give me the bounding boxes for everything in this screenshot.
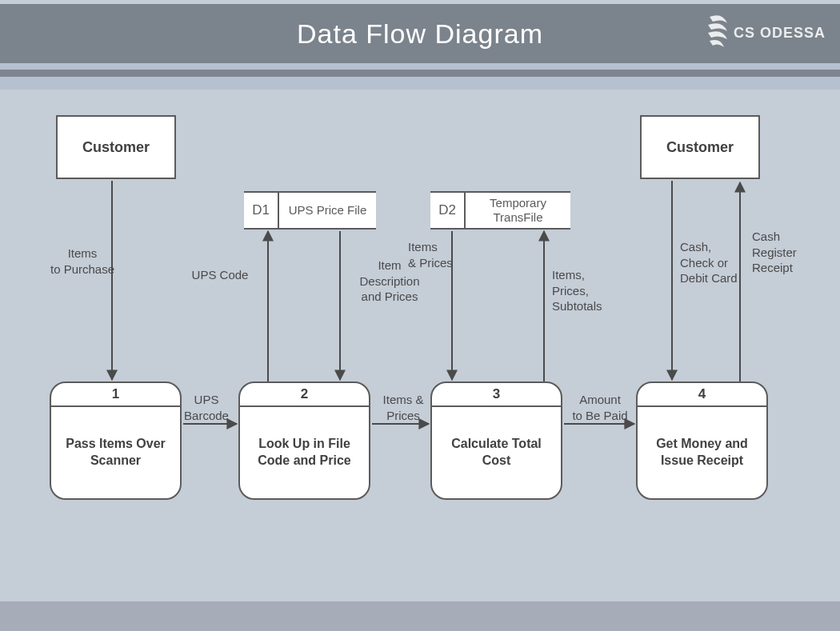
process-2-name: Look Up in File Code and Price [240,407,369,498]
process-1: 1 Pass Items Over Scanner [50,381,182,500]
flow-items-to-purchase: Items to Purchase [46,246,118,277]
datastore-d1-id: D1 [244,193,279,228]
entity-customer-right: Customer [640,115,760,179]
datastore-d2-name: Temporary TransFile [466,193,570,228]
entity-customer-left: Customer [56,115,176,179]
accent-band-1 [0,63,840,70]
flow-ups-barcode: UPS Barcode [174,392,238,423]
process-3-num: 3 [432,383,561,407]
datastore-d1-name: UPS Price File [279,193,376,228]
datastore-d2-id: D2 [430,193,466,228]
diagram-canvas: Customer Customer D1 UPS Price File D2 T… [0,90,840,601]
process-3-name: Calculate Total Cost [432,407,561,498]
swirl-icon [703,14,732,52]
title-bar: Data Flow Diagram CS ODESSA [0,4,840,63]
brand-text: CS ODESSA [734,25,826,42]
process-4: 4 Get Money and Issue Receipt [636,381,768,500]
process-4-num: 4 [638,383,766,407]
flow-items-prices-down: Items & Prices [408,239,472,270]
flow-ups-code: UPS Code [184,267,256,283]
flow-items-prices-subtotals: Items, Prices, Subtotals [552,267,624,314]
datastore-d2: D2 Temporary TransFile [430,191,570,230]
footer-band [0,601,840,631]
datastore-d1: D1 UPS Price File [244,191,376,230]
process-1-num: 1 [51,383,180,407]
flow-cash-check-debit: Cash, Check or Debit Card [680,239,752,286]
brand-logo: CS ODESSA [703,14,826,52]
flow-items-prices-horizontal: Items & Prices [371,392,435,423]
process-3: 3 Calculate Total Cost [430,381,562,500]
process-1-name: Pass Items Over Scanner [51,407,180,498]
accent-band-3 [0,77,840,90]
process-2: 2 Look Up in File Code and Price [238,381,370,500]
flow-amount-to-be-paid: Amount to Be Paid [560,392,640,423]
flow-cash-register-receipt: Cash Register Receipt [752,229,816,276]
accent-band-2 [0,70,840,77]
process-4-name: Get Money and Issue Receipt [638,407,766,498]
diagram-title: Data Flow Diagram [297,18,543,50]
page: Data Flow Diagram CS ODESSA Customer Cus… [0,0,840,631]
process-2-num: 2 [240,383,369,407]
